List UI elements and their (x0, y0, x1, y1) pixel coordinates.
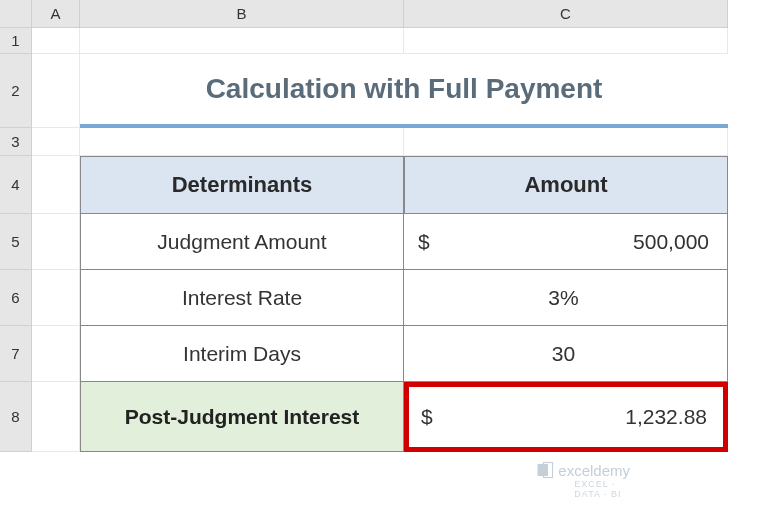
excel-icon (536, 461, 554, 479)
col-header-C[interactable]: C (404, 0, 728, 28)
cell-A8[interactable] (32, 382, 80, 452)
cell-A5[interactable] (32, 214, 80, 270)
row-header-2[interactable]: 2 (0, 54, 32, 128)
cell-A7[interactable] (32, 326, 80, 382)
value-post-judgment-interest[interactable]: $ 1,232.88 (404, 382, 728, 452)
watermark: exceldemy EXCEL · DATA · BI (536, 461, 630, 479)
cell-C1[interactable] (404, 28, 728, 54)
value-interest-rate[interactable]: 3% (404, 270, 728, 326)
row-header-1[interactable]: 1 (0, 28, 32, 54)
row-header-7[interactable]: 7 (0, 326, 32, 382)
label-post-judgment-interest[interactable]: Post-Judgment Interest (80, 382, 404, 452)
select-all-corner[interactable] (0, 0, 32, 28)
cell-A3[interactable] (32, 128, 80, 156)
header-determinants[interactable]: Determinants (80, 156, 404, 214)
row-header-4[interactable]: 4 (0, 156, 32, 214)
label-interim-days[interactable]: Interim Days (80, 326, 404, 382)
label-judgment-amount[interactable]: Judgment Amount (80, 214, 404, 270)
header-amount[interactable]: Amount (404, 156, 728, 214)
col-header-B[interactable]: B (80, 0, 404, 28)
cell-B3[interactable] (80, 128, 404, 156)
value-judgment-amount[interactable]: $ 500,000 (404, 214, 728, 270)
row-header-5[interactable]: 5 (0, 214, 32, 270)
row-header-8[interactable]: 8 (0, 382, 32, 452)
cell-B1[interactable] (80, 28, 404, 54)
col-header-A[interactable]: A (32, 0, 80, 28)
cell-A1[interactable] (32, 28, 80, 54)
svg-rect-0 (538, 464, 549, 476)
spreadsheet-grid: A B C 1 2 Calculation with Full Payment … (0, 0, 768, 452)
label-interest-rate[interactable]: Interest Rate (80, 270, 404, 326)
value-interim-days[interactable]: 30 (404, 326, 728, 382)
cell-A6[interactable] (32, 270, 80, 326)
cell-A2[interactable] (32, 54, 80, 128)
title-cell[interactable]: Calculation with Full Payment (80, 54, 728, 128)
currency-value: 500,000 (633, 230, 709, 254)
currency-symbol: $ (421, 405, 433, 429)
cell-C3[interactable] (404, 128, 728, 156)
watermark-brand: exceldemy (558, 462, 630, 479)
currency-value: 1,232.88 (625, 405, 707, 429)
row-header-6[interactable]: 6 (0, 270, 32, 326)
currency-wrap: $ 1,232.88 (421, 405, 707, 429)
currency-symbol: $ (418, 230, 430, 254)
cell-A4[interactable] (32, 156, 80, 214)
watermark-tagline: EXCEL · DATA · BI (574, 479, 630, 499)
currency-wrap: $ 500,000 (418, 230, 709, 254)
row-header-3[interactable]: 3 (0, 128, 32, 156)
